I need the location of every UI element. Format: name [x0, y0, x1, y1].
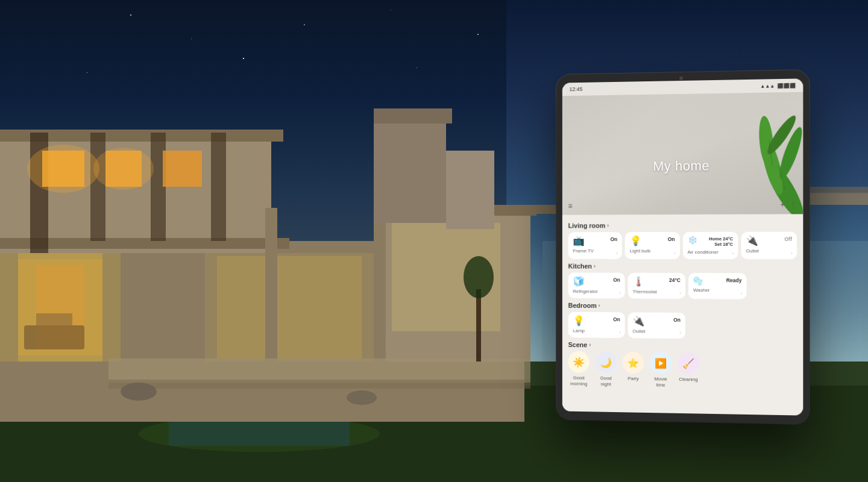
good-morning-circle: ☀️	[568, 351, 590, 373]
svg-rect-12	[211, 133, 226, 241]
lamp-status: On	[613, 316, 620, 322]
cleaning-icon: 🧹	[682, 358, 694, 369]
kitchen-label: Kitchen	[568, 263, 592, 270]
plant-svg	[723, 104, 803, 214]
outlet-bed-status: On	[673, 317, 681, 323]
outlet-name: Outlet	[746, 248, 792, 254]
cleaning-circle: 🧹	[678, 352, 699, 374]
kitchen-devices: 🧊 On Refrigerator › 🌡️ 24°C Thermostat ›	[568, 272, 797, 299]
kitchen-chevron: ›	[594, 263, 596, 269]
tv-name: Frame TV	[573, 248, 617, 254]
device-card-outlet-lr[interactable]: 🔌 Off Outlet ›	[741, 232, 797, 260]
svg-rect-24	[24, 325, 84, 349]
add-icon[interactable]: +	[781, 201, 785, 209]
smart-home-content[interactable]: Living room › 📺 On Frame TV › 💡	[562, 214, 804, 415]
device-card-top-3: ❄️ Home 24°CSet 18°C	[687, 236, 733, 247]
svg-point-37	[121, 383, 157, 401]
device-card-lamp[interactable]: 💡 On Lamp ›	[568, 312, 625, 338]
ac-status: Home 24°CSet 18°C	[709, 236, 733, 247]
svg-rect-23	[217, 256, 362, 358]
svg-rect-36	[108, 380, 530, 389]
tablet-device: 12:45 ▲▲▲ ⬛⬛⬛	[556, 70, 810, 424]
lamp-card-top: 💡 On	[573, 316, 620, 326]
device-card-outlet-bed[interactable]: 🔌 On Outlet ›	[628, 312, 685, 339]
bulb-icon: 💡	[630, 236, 642, 246]
party-circle: ⭐	[623, 352, 644, 374]
status-left: 12:45	[570, 86, 583, 92]
status-right: ▲▲▲ ⬛⬛⬛	[760, 83, 796, 89]
section-scene[interactable]: Scene ›	[568, 341, 797, 351]
svg-rect-33	[446, 151, 494, 229]
scene-good-night[interactable]: 🌙 Goodnight	[596, 351, 617, 387]
svg-rect-35	[108, 358, 530, 383]
lamp-chevron: ›	[619, 330, 621, 335]
good-morning-icon: ☀️	[573, 356, 585, 368]
good-morning-label: Goodmorning	[570, 375, 587, 386]
outlet-status: Off	[784, 236, 792, 242]
tablet-camera	[679, 77, 683, 80]
party-label: Party	[627, 376, 638, 382]
outlet-bed-icon: 🔌	[633, 316, 645, 326]
svg-point-40	[464, 256, 494, 298]
washer-card-top: 🫧 Ready	[693, 277, 742, 285]
scene-chevron: ›	[589, 342, 591, 348]
scene-cleaning[interactable]: 🧹 Cleaning	[678, 352, 699, 389]
scene-party[interactable]: ⭐ Party	[623, 352, 644, 387]
svg-rect-39	[476, 289, 481, 362]
fridge-name: Refrigerator	[573, 289, 620, 294]
bedroom-chevron: ›	[599, 302, 600, 308]
washer-chevron: ›	[741, 290, 743, 296]
device-card-ac[interactable]: ❄️ Home 24°CSet 18°C Air conditioner ›	[682, 232, 738, 259]
device-card-light-bulb[interactable]: 💡 On Light bulb ›	[625, 232, 680, 259]
svg-rect-34	[374, 108, 452, 124]
device-card-frame-tv[interactable]: 📺 On Frame TV ›	[568, 232, 622, 259]
scene-movie-time[interactable]: ▶️ Movietime	[650, 352, 671, 388]
therm-card-top: 🌡️ 24°C	[633, 277, 681, 287]
menu-icon[interactable]: ≡	[568, 202, 573, 210]
app-header: ≡ + ⋮ My home	[562, 92, 804, 215]
therm-chevron: ›	[679, 290, 681, 296]
device-card-top-4: 🔌 Off	[746, 236, 792, 246]
home-title: My home	[653, 158, 709, 175]
more-icon[interactable]: ⋮	[790, 201, 797, 209]
movie-icon: ▶️	[655, 357, 667, 369]
svg-rect-30	[265, 208, 277, 365]
tv-status: On	[611, 236, 618, 242]
section-bedroom[interactable]: Bedroom ›	[568, 302, 797, 310]
fridge-card-top: 🧊 On	[573, 277, 620, 286]
wifi-icon: ▲▲▲	[760, 83, 775, 89]
tablet-screen: 12:45 ▲▲▲ ⬛⬛⬛	[562, 78, 804, 415]
svg-rect-15	[163, 151, 202, 187]
bulb-name: Light bulb	[630, 248, 675, 254]
section-kitchen[interactable]: Kitchen ›	[568, 263, 797, 271]
ac-icon: ❄️	[687, 236, 697, 244]
living-room-devices: 📺 On Frame TV › 💡 On Light bulb ›	[568, 232, 797, 260]
living-room-chevron: ›	[607, 222, 609, 228]
cleaning-label: Cleaning	[679, 377, 698, 383]
fridge-icon: 🧊	[573, 277, 585, 286]
bulb-chevron: ›	[674, 251, 676, 256]
section-living-room[interactable]: Living room ›	[568, 221, 797, 229]
svg-rect-25	[36, 313, 72, 325]
lamp-name: Lamp	[573, 328, 620, 334]
device-card-washer[interactable]: 🫧 Ready Washer ›	[688, 273, 747, 299]
header-toolbar: ≡ + ⋮	[562, 201, 804, 210]
device-card-refrigerator[interactable]: 🧊 On Refrigerator ›	[568, 272, 625, 298]
outlet-bed-name: Outlet	[633, 328, 681, 334]
scene-items: ☀️ Goodmorning 🌙 Goodnight ⭐ Party	[568, 351, 797, 390]
bedroom-devices: 💡 On Lamp › 🔌 On Outlet ›	[568, 312, 797, 340]
toolbar-left[interactable]: ≡	[568, 202, 573, 210]
movie-circle: ▶️	[650, 352, 671, 374]
fridge-status: On	[613, 277, 620, 283]
outlet-bed-chevron: ›	[679, 330, 681, 336]
battery-icon: ⬛⬛⬛	[777, 83, 796, 89]
outlet-bed-card-top: 🔌 On	[633, 316, 681, 327]
scene-good-morning[interactable]: ☀️ Goodmorning	[568, 351, 590, 387]
good-night-label: Goodnight	[600, 375, 612, 387]
time-display: 12:45	[570, 86, 583, 92]
tv-icon: 📺	[573, 236, 585, 246]
scene-label: Scene	[568, 341, 588, 348]
device-card-top: 📺 On	[573, 236, 617, 246]
toolbar-right[interactable]: + ⋮	[781, 201, 797, 209]
device-card-thermostat[interactable]: 🌡️ 24°C Thermostat ›	[628, 273, 685, 299]
